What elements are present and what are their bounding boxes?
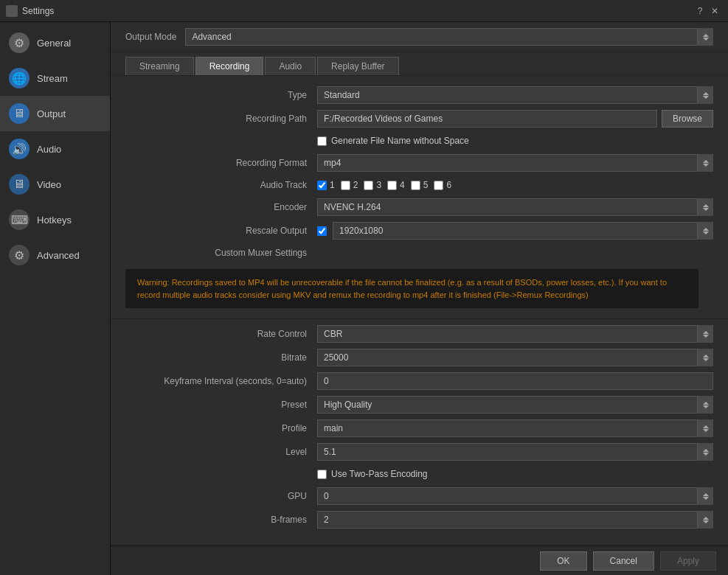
output-mode-label: Output Mode [125, 32, 176, 42]
ok-button[interactable]: OK [540, 551, 586, 571]
sidebar-item-audio[interactable]: 🔊 Audio [0, 131, 110, 167]
two-pass-checkbox[interactable] [317, 470, 327, 479]
bframes-control [317, 511, 713, 529]
bframes-input[interactable] [317, 511, 713, 529]
content-area: Type Standard Recording Path [111, 76, 728, 546]
encoder-label: Encoder [125, 202, 317, 212]
profile-select-wrapper: main high baseline [317, 419, 713, 437]
cancel-button[interactable]: Cancel [593, 551, 654, 571]
track-checkboxes: 1 2 3 4 [317, 180, 451, 190]
profile-select[interactable]: main high baseline [317, 419, 713, 437]
sidebar-item-general[interactable]: ⚙ General [0, 25, 110, 60]
type-select-wrapper: Standard [317, 86, 713, 104]
gpu-input-wrapper [317, 487, 713, 505]
track-checkbox-6[interactable] [434, 181, 443, 190]
track-label-2: 2 [353, 180, 358, 190]
browse-button[interactable]: Browse [662, 110, 713, 128]
preset-row: Preset High Quality Max Quality Performa… [111, 393, 728, 417]
recording-path-label: Recording Path [125, 114, 317, 124]
track-checkbox-5[interactable] [411, 181, 420, 190]
audio-track-control: 1 2 3 4 [317, 180, 713, 190]
audio-track-row: Audio Track 1 2 3 [111, 175, 728, 195]
title-bar: Settings ? ✕ [0, 0, 728, 22]
keyframe-interval-input[interactable] [317, 372, 713, 390]
tab-replay-buffer[interactable]: Replay Buffer [317, 57, 399, 75]
track-checkbox-2[interactable] [341, 181, 350, 190]
audio-track-label: Audio Track [125, 180, 317, 190]
apply-button[interactable]: Apply [660, 551, 716, 571]
close-button[interactable]: ✕ [707, 4, 722, 18]
sidebar-item-stream[interactable]: 🌐 Stream [0, 60, 110, 96]
gpu-input[interactable] [317, 487, 713, 505]
track-item-3: 3 [364, 180, 381, 190]
rescale-output-row: Rescale Output 1920x1080 1280x720 854x48… [111, 219, 728, 243]
output-mode-select-wrapper: Advanced Simple [185, 28, 713, 46]
keyframe-interval-control [317, 372, 713, 390]
rescale-output-checkbox[interactable] [317, 226, 327, 236]
preset-select[interactable]: High Quality Max Quality Performance [317, 396, 713, 414]
level-select-wrapper: 5.1 5.0 4.2 [317, 443, 713, 461]
preset-control: High Quality Max Quality Performance [317, 396, 713, 414]
general-icon: ⚙ [9, 32, 30, 53]
recording-format-select[interactable]: mp4 mkv flv ts [317, 154, 713, 172]
rate-control-label: Rate Control [125, 329, 317, 339]
encoder-select-wrapper: NVENC H.264 x264 NVENC HEVC [317, 198, 713, 216]
warning-box: Warning: Recordings saved to MP4 will be… [125, 269, 698, 308]
level-row: Level 5.1 5.0 4.2 [111, 440, 728, 464]
gpu-label: GPU [125, 491, 317, 501]
help-button[interactable]: ? [693, 4, 707, 18]
bframes-label: B-frames [125, 515, 317, 525]
rescale-output-select[interactable]: 1920x1080 1280x720 854x480 [333, 222, 713, 240]
track-item-1: 1 [317, 180, 335, 190]
generate-filename-label: Generate File Name without Space [331, 136, 469, 146]
recording-path-input[interactable] [317, 110, 657, 128]
track-label-6: 6 [446, 180, 451, 190]
tab-audio[interactable]: Audio [265, 57, 316, 75]
keyframe-interval-row: Keyframe Interval (seconds, 0=auto) [111, 369, 728, 393]
sidebar-item-video[interactable]: 🖥 Video [0, 167, 110, 202]
sidebar-label-audio: Audio [37, 144, 61, 155]
profile-control: main high baseline [317, 419, 713, 437]
main-content: Output Mode Advanced Simple Streaming Re… [111, 22, 728, 575]
sidebar-label-advanced: Advanced [37, 250, 80, 261]
recording-path-control: Browse [317, 110, 713, 128]
rate-control-select[interactable]: CBR VBR CQP [317, 325, 713, 343]
output-mode-row: Output Mode Advanced Simple [111, 22, 728, 52]
encoder-control: NVENC H.264 x264 NVENC HEVC [317, 198, 713, 216]
sidebar-label-general: General [37, 38, 71, 49]
profile-label: Profile [125, 423, 317, 433]
two-pass-checkbox-row: Use Two-Pass Encoding [317, 469, 428, 479]
recording-format-label: Recording Format [125, 158, 317, 168]
gpu-control [317, 487, 713, 505]
track-checkbox-1[interactable] [317, 181, 327, 190]
output-mode-select[interactable]: Advanced Simple [185, 28, 713, 46]
profile-row: Profile main high baseline [111, 417, 728, 440]
gpu-row: GPU [111, 484, 728, 508]
bottom-bar: OK Cancel Apply [111, 546, 728, 575]
output-icon: 🖥 [9, 103, 30, 124]
type-row: Type Standard [111, 83, 728, 107]
sidebar-item-output[interactable]: 🖥 Output [0, 96, 110, 131]
sidebar-item-hotkeys[interactable]: ⌨ Hotkeys [0, 202, 110, 237]
recording-path-row: Recording Path Browse [111, 107, 728, 130]
generate-filename-checkbox-row: Generate File Name without Space [317, 136, 469, 146]
type-select[interactable]: Standard [317, 86, 713, 104]
warning-container: Warning: Recordings saved to MP4 will be… [111, 263, 728, 316]
level-select[interactable]: 5.1 5.0 4.2 [317, 443, 713, 461]
advanced-icon: ⚙ [9, 245, 30, 265]
recording-format-select-wrapper: mp4 mkv flv ts [317, 154, 713, 172]
track-checkbox-3[interactable] [364, 181, 373, 190]
generate-filename-checkbox[interactable] [317, 136, 327, 146]
sidebar: ⚙ General 🌐 Stream 🖥 Output 🔊 Audio 🖥 Vi… [0, 22, 111, 575]
sidebar-item-advanced[interactable]: ⚙ Advanced [0, 237, 110, 273]
track-checkbox-4[interactable] [387, 181, 397, 190]
sidebar-label-stream: Stream [37, 73, 68, 84]
track-item-6: 6 [434, 180, 451, 190]
bitrate-input[interactable] [317, 349, 713, 366]
type-label: Type [125, 90, 317, 100]
recording-format-row: Recording Format mp4 mkv flv ts [111, 151, 728, 175]
encoder-select[interactable]: NVENC H.264 x264 NVENC HEVC [317, 198, 713, 216]
hotkeys-icon: ⌨ [9, 209, 30, 230]
tab-recording[interactable]: Recording [195, 57, 264, 75]
tab-streaming[interactable]: Streaming [125, 57, 194, 75]
